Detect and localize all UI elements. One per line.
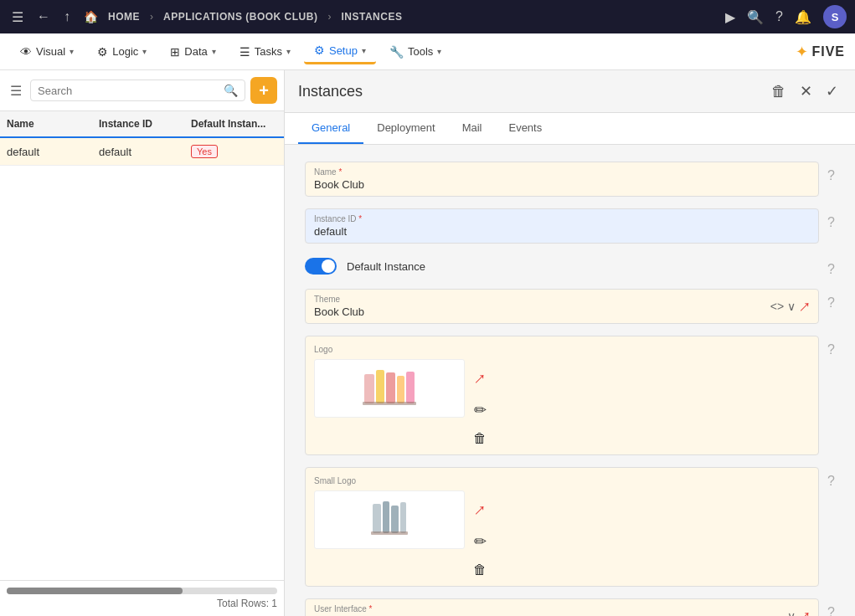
tasks-arrow: ▾ <box>286 47 291 56</box>
row-default: Yes <box>191 145 277 158</box>
instance-id-value: default <box>314 225 810 238</box>
data-icon: ⊞ <box>170 45 180 59</box>
tasks-icon: ☰ <box>240 45 250 59</box>
name-help-icon[interactable]: ? <box>827 168 835 183</box>
tasks-label: Tasks <box>255 45 282 58</box>
page-title: Instances <box>298 83 768 100</box>
logo-image <box>356 366 423 412</box>
svg-rect-5 <box>363 402 416 405</box>
logic-label: Logic <box>112 45 138 58</box>
visual-icon: 👁 <box>20 45 32 59</box>
default-instance-help-icon[interactable]: ? <box>827 262 835 277</box>
ui-help-icon[interactable]: ? <box>827 605 835 616</box>
small-logo-help-icon[interactable]: ? <box>827 474 835 489</box>
id-required: * <box>358 214 362 223</box>
small-logo-delete-button[interactable]: 🗑 <box>473 562 487 578</box>
data-arrow: ▾ <box>212 47 216 56</box>
breadcrumb-app[interactable]: APPLICATIONS (BOOK CLUB) <box>163 11 317 23</box>
setup-icon: ⚙ <box>314 44 325 57</box>
tab-visual[interactable]: 👁 Visual ▾ <box>10 40 84 64</box>
logo-delete-button[interactable]: 🗑 <box>473 431 487 446</box>
tab-general[interactable]: General <box>298 113 363 144</box>
close-button[interactable]: ✕ <box>796 79 816 104</box>
tools-label: Tools <box>408 45 433 58</box>
col-header-id: Instance ID <box>99 118 191 130</box>
breadcrumb-arrow-1: › <box>150 11 153 23</box>
svg-rect-4 <box>406 372 415 403</box>
instance-id-label: Instance ID * <box>314 214 810 223</box>
row-id: default <box>99 146 191 158</box>
tab-tools[interactable]: 🔧 Tools ▾ <box>379 40 451 64</box>
svg-rect-6 <box>373 504 381 533</box>
play-icon[interactable]: ▶ <box>725 9 735 25</box>
theme-help-icon[interactable]: ? <box>827 295 835 311</box>
name-required: * <box>338 167 342 177</box>
total-rows: Total Rows: 1 <box>7 598 277 609</box>
small-logo-label: Small Logo <box>314 476 810 485</box>
add-button[interactable]: + <box>250 77 277 104</box>
theme-value: Book Club <box>314 305 770 318</box>
user-interface-field[interactable]: User Interface * Boston ∨ ↑ <box>305 598 819 616</box>
logic-arrow: ▾ <box>142 47 147 56</box>
col-header-default: Default Instan... <box>191 118 277 130</box>
default-instance-toggle[interactable] <box>305 258 337 275</box>
breadcrumb-instances[interactable]: INSTANCES <box>341 11 402 23</box>
instance-id-row: Instance ID * default ? <box>305 208 835 244</box>
ui-required: * <box>369 604 373 613</box>
tabs-bar: General Deployment Mail Events <box>285 113 855 145</box>
left-toolbar: ☰ 🔍 + <box>0 70 284 111</box>
tab-data[interactable]: ⊞ Data ▾ <box>160 40 225 64</box>
nav-bell-icon[interactable]: 🔔 <box>795 9 811 25</box>
table-row[interactable]: default default Yes <box>0 138 284 166</box>
breadcrumb-home[interactable]: HOME <box>108 11 140 23</box>
delete-button[interactable]: 🗑 <box>768 79 790 104</box>
logo-label: Logo <box>314 345 810 354</box>
small-logo-row: Small Logo ↑ <box>305 467 835 587</box>
tab-events[interactable]: Events <box>495 113 555 144</box>
tab-deployment[interactable]: Deployment <box>363 113 448 144</box>
logo-edit-button[interactable]: ✏ <box>474 401 487 419</box>
logo-text: FIVE <box>811 44 845 59</box>
logo-arrow-icon: ↑ <box>469 367 491 389</box>
small-logo-preview <box>314 490 465 549</box>
small-logo-section: Small Logo ↑ <box>305 467 819 587</box>
small-logo-arrow-icon: ↑ <box>469 499 491 521</box>
table-body: default default Yes <box>0 138 284 580</box>
ui-chevron-icon[interactable]: ∨ <box>787 609 796 616</box>
name-label: Name * <box>314 167 810 177</box>
left-menu-icon[interactable]: ☰ <box>7 80 25 102</box>
right-panel: Instances 🗑 ✕ ✓ General Deployment Mail … <box>285 70 855 616</box>
tools-arrow: ▾ <box>437 47 441 56</box>
svg-rect-10 <box>371 531 408 535</box>
tab-logic[interactable]: ⚙ Logic ▾ <box>87 40 157 64</box>
tools-icon: 🔧 <box>389 45 404 59</box>
instance-id-field[interactable]: Instance ID * default <box>305 208 819 244</box>
theme-field[interactable]: Theme Book Club <> ∨ ↑ <box>305 289 819 324</box>
menu-icon[interactable]: ☰ <box>8 6 27 28</box>
default-instance-label: Default Instance <box>347 260 425 273</box>
svg-rect-2 <box>386 372 395 403</box>
small-logo-edit-button[interactable]: ✏ <box>474 532 487 551</box>
logo-help-icon[interactable]: ? <box>827 342 835 357</box>
nav-search-icon[interactable]: 🔍 <box>747 9 764 25</box>
up-icon[interactable]: ↑ <box>60 6 74 28</box>
search-input[interactable] <box>38 85 224 97</box>
tab-tasks[interactable]: ☰ Tasks ▾ <box>229 40 301 64</box>
svg-rect-7 <box>383 501 389 533</box>
name-field[interactable]: Name * Book Club <box>305 162 819 197</box>
five-logo: ✦ FIVE <box>796 43 845 61</box>
back-icon[interactable]: ← <box>33 6 54 28</box>
confirm-button[interactable]: ✓ <box>822 79 842 104</box>
tab-mail[interactable]: Mail <box>449 113 496 144</box>
theme-code-icon[interactable]: <> <box>770 300 784 313</box>
instance-id-help-icon[interactable]: ? <box>827 215 835 230</box>
nav-help-icon[interactable]: ? <box>775 9 783 24</box>
logo-star-icon: ✦ <box>796 43 808 61</box>
tab-setup[interactable]: ⚙ Setup ▾ <box>304 38 376 64</box>
search-icon: 🔍 <box>224 84 238 97</box>
svg-rect-8 <box>391 506 399 533</box>
svg-rect-3 <box>397 376 404 403</box>
main-layout: ☰ 🔍 + Name Instance ID Default Instan...… <box>0 70 855 616</box>
avatar[interactable]: S <box>823 5 847 28</box>
logo-preview <box>314 359 465 418</box>
